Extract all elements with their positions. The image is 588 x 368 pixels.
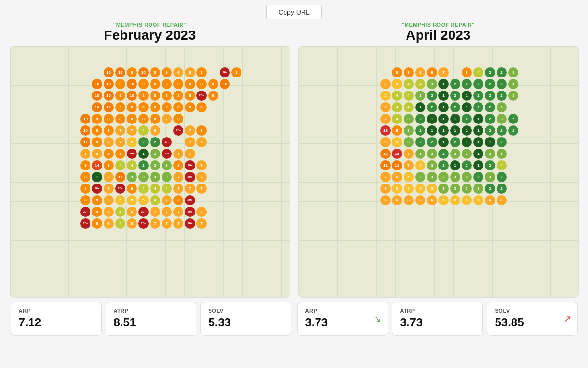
right-map-section: "MEMPHIS ROOF REPAIR" April 2023 (298, 22, 579, 298)
right-atrp-label: ATRP (400, 308, 475, 314)
right-arp-value: 3.73 (305, 316, 380, 329)
left-dot-grid-overlay (10, 46, 290, 297)
right-map-wrapper (298, 46, 579, 298)
right-arp-label: ARP (305, 308, 380, 314)
right-stat-solv: SOLV 53.85 ↗ (487, 302, 578, 336)
left-stat-atrp: ATRP 8.51 (106, 302, 196, 336)
right-map-subtitle: "MEMPHIS ROOF REPAIR" (298, 22, 579, 28)
right-stat-arp: ARP 3.73 ↘ (297, 302, 388, 336)
left-solv-label: SOLV (209, 308, 283, 314)
copy-url-button[interactable]: Copy URL (266, 5, 322, 19)
right-dot-grid-overlay (299, 46, 578, 297)
left-map-header: "MEMPHIS ROOF REPAIR" February 2023 (10, 22, 290, 43)
left-atrp-label: ATRP (114, 308, 188, 314)
right-map-header: "MEMPHIS ROOF REPAIR" April 2023 (298, 22, 579, 43)
right-atrp-value: 3.73 (400, 316, 475, 329)
left-stats-group: ARP 7.12 ATRP 8.51 SOLV 5.33 (11, 302, 291, 336)
right-grid-canvas (305, 56, 572, 288)
all-stats-container: ARP 7.12 ATRP 8.51 SOLV 5.33 ARP 3.73 ↘ … (0, 298, 588, 339)
right-stat-atrp: ATRP 3.73 (392, 302, 483, 336)
left-atrp-value: 8.51 (114, 316, 188, 329)
left-map-subtitle: "MEMPHIS ROOF REPAIR" (10, 22, 290, 28)
right-solv-value: 53.85 (495, 316, 570, 329)
right-solv-label: SOLV (495, 308, 570, 314)
left-grid-canvas (17, 56, 283, 288)
left-arp-value: 7.12 (19, 316, 93, 329)
right-stats-group: ARP 3.73 ↘ ATRP 3.73 SOLV 53.85 ↗ (297, 302, 578, 336)
left-map-wrapper (10, 46, 290, 298)
left-stat-solv: SOLV 5.33 (200, 302, 291, 336)
left-map-title: February 2023 (10, 28, 290, 43)
left-map-section: "MEMPHIS ROOF REPAIR" February 2023 (10, 22, 290, 298)
right-map-title: April 2023 (298, 28, 579, 43)
left-stat-arp: ARP 7.12 (11, 302, 102, 336)
solv-arrow-up-icon: ↗ (563, 313, 572, 324)
left-solv-value: 5.33 (209, 316, 283, 329)
arp-arrow-down-icon: ↘ (374, 313, 382, 324)
left-arp-label: ARP (19, 308, 93, 314)
